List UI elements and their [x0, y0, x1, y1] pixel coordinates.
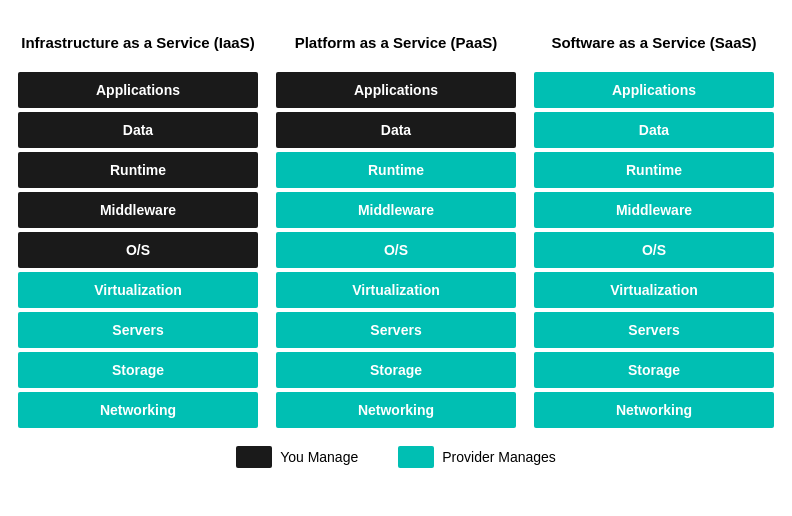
row-iaas-4: O/S: [18, 232, 258, 268]
row-iaas-6: Servers: [18, 312, 258, 348]
row-saas-7: Storage: [534, 352, 774, 388]
row-saas-4: O/S: [534, 232, 774, 268]
column-paas: Platform as a Service (PaaS)Applications…: [276, 20, 516, 432]
row-iaas-1: Data: [18, 112, 258, 148]
row-iaas-0: Applications: [18, 72, 258, 108]
row-paas-0: Applications: [276, 72, 516, 108]
row-saas-2: Runtime: [534, 152, 774, 188]
row-paas-1: Data: [276, 112, 516, 148]
row-paas-5: Virtualization: [276, 272, 516, 308]
legend-item-teal: Provider Manages: [398, 446, 556, 468]
row-iaas-2: Runtime: [18, 152, 258, 188]
column-saas: Software as a Service (SaaS)Applications…: [534, 20, 774, 432]
row-paas-8: Networking: [276, 392, 516, 428]
legend-box-teal: [398, 446, 434, 468]
column-header-iaas: Infrastructure as a Service (IaaS): [18, 20, 258, 64]
legend-label-dark: You Manage: [280, 449, 358, 465]
column-header-saas: Software as a Service (SaaS): [534, 20, 774, 64]
row-saas-1: Data: [534, 112, 774, 148]
legend-label-teal: Provider Manages: [442, 449, 556, 465]
legend-box-dark: [236, 446, 272, 468]
row-iaas-7: Storage: [18, 352, 258, 388]
row-saas-0: Applications: [534, 72, 774, 108]
row-paas-6: Servers: [276, 312, 516, 348]
row-saas-8: Networking: [534, 392, 774, 428]
row-iaas-8: Networking: [18, 392, 258, 428]
row-paas-4: O/S: [276, 232, 516, 268]
row-paas-7: Storage: [276, 352, 516, 388]
row-iaas-5: Virtualization: [18, 272, 258, 308]
row-iaas-3: Middleware: [18, 192, 258, 228]
row-saas-5: Virtualization: [534, 272, 774, 308]
column-iaas: Infrastructure as a Service (IaaS)Applic…: [18, 20, 258, 432]
legend-item-dark: You Manage: [236, 446, 358, 468]
row-saas-3: Middleware: [534, 192, 774, 228]
column-header-paas: Platform as a Service (PaaS): [276, 20, 516, 64]
row-paas-3: Middleware: [276, 192, 516, 228]
columns-wrapper: Infrastructure as a Service (IaaS)Applic…: [10, 20, 782, 432]
row-saas-6: Servers: [534, 312, 774, 348]
row-paas-2: Runtime: [276, 152, 516, 188]
legend: You ManageProvider Manages: [236, 446, 556, 468]
